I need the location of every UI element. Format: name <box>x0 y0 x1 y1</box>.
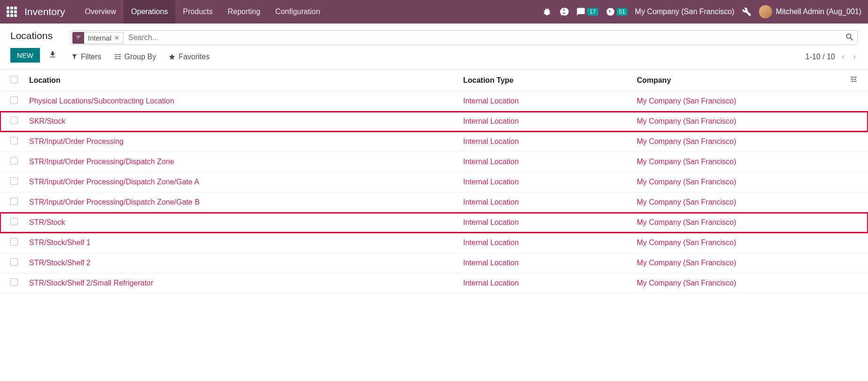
debug-icon[interactable] <box>542 7 552 16</box>
cell-company[interactable]: My Company (San Francisco) <box>637 178 736 186</box>
list-view: Location Location Type Company Physical … <box>0 69 868 294</box>
header-location[interactable]: Location <box>24 70 459 91</box>
filters-button[interactable]: Filters <box>71 53 102 61</box>
menu-item-overview[interactable]: Overview <box>77 0 124 24</box>
table-row[interactable]: STR/Input/Order Processing/Dispatch Zone… <box>0 172 868 192</box>
user-name: Mitchell Admin (Aug_001) <box>776 8 861 16</box>
row-checkbox[interactable] <box>10 258 18 266</box>
company-selector[interactable]: My Company (San Francisco) <box>635 8 735 16</box>
cell-type[interactable]: Internal Location <box>463 218 519 226</box>
cell-company[interactable]: My Company (San Francisco) <box>637 117 736 125</box>
search-icon[interactable] <box>845 32 854 43</box>
menu-item-reporting[interactable]: Reporting <box>220 0 267 24</box>
table-row[interactable]: STR/Stock/Shelf 1Internal LocationMy Com… <box>0 233 868 253</box>
cell-location[interactable]: STR/Input/Order Processing/Dispatch Zone… <box>29 178 199 186</box>
select-all-checkbox[interactable] <box>10 76 18 83</box>
cell-location[interactable]: STR/Stock/Shelf 1 <box>29 238 91 246</box>
filters-label: Filters <box>81 53 102 61</box>
messages-badge: 17 <box>587 8 598 16</box>
new-button[interactable]: NEW <box>10 48 40 63</box>
cell-location[interactable]: SKR/Stock <box>29 117 65 125</box>
avatar <box>759 5 772 18</box>
cell-company[interactable]: My Company (San Francisco) <box>637 97 736 105</box>
row-checkbox[interactable] <box>10 137 18 144</box>
search-input[interactable] <box>126 32 842 44</box>
cell-location[interactable]: STR/Stock/Shelf 2 <box>29 259 91 267</box>
support-icon[interactable] <box>559 7 569 16</box>
table-row[interactable]: STR/Stock/Shelf 2/Small RefrigeratorInte… <box>0 273 868 294</box>
favorites-button[interactable]: Favorites <box>168 53 210 61</box>
table-row[interactable]: STR/StockInternal LocationMy Company (Sa… <box>0 213 868 233</box>
pager-next-icon[interactable]: › <box>851 51 858 63</box>
activities-icon[interactable]: 51 <box>606 7 627 16</box>
cell-company[interactable]: My Company (San Francisco) <box>637 238 736 246</box>
row-checkbox[interactable] <box>10 157 18 165</box>
groupby-button[interactable]: Group By <box>114 53 156 61</box>
cell-location[interactable]: STR/Input/Order Processing/Dispatch Zone… <box>29 198 200 206</box>
menu-item-operations[interactable]: Operations <box>124 0 175 24</box>
cell-type[interactable]: Internal Location <box>463 178 519 186</box>
favorites-label: Favorites <box>179 53 210 61</box>
messages-icon[interactable]: 17 <box>576 7 598 16</box>
cell-company[interactable]: My Company (San Francisco) <box>637 137 736 145</box>
cell-company[interactable]: My Company (San Francisco) <box>637 259 736 267</box>
main-menu: OverviewOperationsProductsReportingConfi… <box>77 0 328 24</box>
table-row[interactable]: SKR/StockInternal LocationMy Company (Sa… <box>0 111 868 132</box>
download-icon[interactable] <box>48 50 57 60</box>
tools-icon[interactable] <box>742 7 751 16</box>
chip-remove-icon[interactable]: ✕ <box>114 34 119 41</box>
table-row[interactable]: STR/Input/Order ProcessingInternal Locat… <box>0 132 868 152</box>
row-checkbox[interactable] <box>10 218 18 225</box>
table-row[interactable]: STR/Stock/Shelf 2Internal LocationMy Com… <box>0 253 868 273</box>
cell-location[interactable]: STR/Stock/Shelf 2/Small Refrigerator <box>29 279 153 287</box>
cell-location[interactable]: STR/Input/Order Processing/Dispatch Zone <box>29 158 174 166</box>
top-nav: Inventory OverviewOperationsProductsRepo… <box>0 0 868 24</box>
table-row[interactable]: STR/Input/Order Processing/Dispatch Zone… <box>0 192 868 213</box>
svg-rect-1 <box>853 77 857 78</box>
pager: 1-10 / 10 ‹ › <box>805 51 858 63</box>
cell-type[interactable]: Internal Location <box>463 158 519 166</box>
pager-prev-icon[interactable]: ‹ <box>840 51 846 63</box>
control-panel: Locations NEW Internal ✕ <box>0 24 868 63</box>
row-checkbox[interactable] <box>10 238 18 246</box>
row-checkbox[interactable] <box>10 96 18 104</box>
cell-type[interactable]: Internal Location <box>463 97 519 105</box>
module-brand[interactable]: Inventory <box>24 6 65 17</box>
cell-location[interactable]: Physical Locations/Subcontracting Locati… <box>29 97 174 105</box>
columns-settings-icon[interactable] <box>850 77 858 85</box>
groupby-label: Group By <box>125 53 156 61</box>
apps-icon[interactable] <box>7 7 17 17</box>
svg-rect-5 <box>854 81 857 81</box>
header-type[interactable]: Location Type <box>459 70 632 91</box>
row-checkbox[interactable] <box>10 198 18 205</box>
cell-type[interactable]: Internal Location <box>463 117 519 125</box>
cell-location[interactable]: STR/Input/Order Processing <box>29 137 124 145</box>
search-chip: Internal ✕ <box>72 32 124 44</box>
row-checkbox[interactable] <box>10 177 18 185</box>
menu-item-products[interactable]: Products <box>175 0 220 24</box>
cell-company[interactable]: My Company (San Francisco) <box>637 218 736 226</box>
cell-location[interactable]: STR/Stock <box>29 218 65 226</box>
funnel-icon <box>72 32 84 44</box>
toolbar: Filters Group By Favorites 1-10 / 10 ‹ › <box>71 51 858 63</box>
row-checkbox[interactable] <box>10 117 18 124</box>
cell-company[interactable]: My Company (San Francisco) <box>637 158 736 166</box>
row-checkbox[interactable] <box>10 278 18 286</box>
cell-type[interactable]: Internal Location <box>463 259 519 267</box>
cell-type[interactable]: Internal Location <box>463 137 519 145</box>
cell-type[interactable]: Internal Location <box>463 198 519 206</box>
cell-type[interactable]: Internal Location <box>463 279 519 287</box>
cell-company[interactable]: My Company (San Francisco) <box>637 198 736 206</box>
user-menu[interactable]: Mitchell Admin (Aug_001) <box>759 5 861 18</box>
menu-item-configuration[interactable]: Configuration <box>268 0 328 24</box>
svg-rect-6 <box>851 81 851 81</box>
table-header-row: Location Location Type Company <box>0 70 868 91</box>
cell-type[interactable]: Internal Location <box>463 238 519 246</box>
table-row[interactable]: Physical Locations/Subcontracting Locati… <box>0 91 868 111</box>
page-title: Locations <box>10 30 57 41</box>
table-row[interactable]: STR/Input/Order Processing/Dispatch Zone… <box>0 152 868 172</box>
cell-company[interactable]: My Company (San Francisco) <box>637 279 736 287</box>
header-company[interactable]: Company <box>632 70 844 91</box>
pager-text: 1-10 / 10 <box>805 53 835 61</box>
activities-badge: 51 <box>617 8 627 16</box>
